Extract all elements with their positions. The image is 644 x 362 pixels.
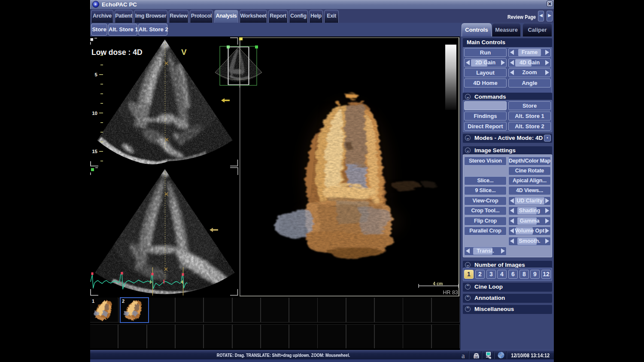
svg-text:Low dose : 4D: Low dose : 4D: [91, 48, 143, 57]
svg-text:15: 15: [92, 149, 97, 154]
svg-text:V: V: [181, 48, 187, 57]
svg-text:HR 83: HR 83: [443, 290, 458, 296]
svg-text:10: 10: [92, 111, 97, 116]
svg-text:5: 5: [95, 72, 98, 77]
svg-text:GE: GE: [474, 356, 479, 359]
svg-text:4 cm: 4 cm: [433, 281, 443, 286]
